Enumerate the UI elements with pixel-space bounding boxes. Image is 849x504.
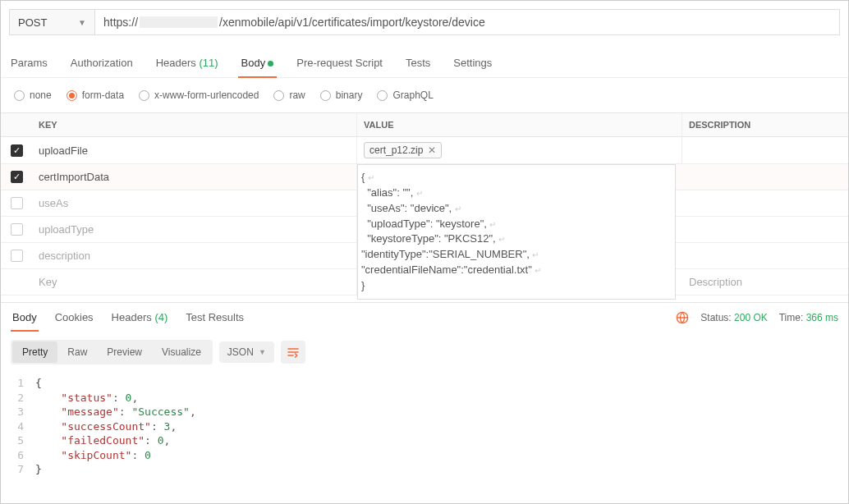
view-pretty[interactable]: Pretty <box>12 341 57 363</box>
modified-dot-icon <box>268 61 273 66</box>
language-select[interactable]: JSON ▼ <box>219 341 274 363</box>
time-value: 366 ms <box>806 312 838 323</box>
body-type-selector: none form-data x-www-form-urlencoded raw… <box>1 78 848 112</box>
tab-body[interactable]: Body <box>240 52 276 77</box>
resp-tab-test-results[interactable]: Test Results <box>184 303 246 332</box>
radio-xwww[interactable]: x-www-form-urlencoded <box>139 89 259 101</box>
status-value: 200 OK <box>734 312 768 323</box>
globe-icon <box>676 311 689 324</box>
column-header-value: VALUE <box>357 113 682 136</box>
value-cell[interactable]: { ↵ "alias": "", ↵ "useAs": "device", ↵ … <box>357 164 682 190</box>
row-checkbox[interactable] <box>11 250 23 262</box>
resp-tab-cookies[interactable]: Cookies <box>53 303 95 332</box>
chevron-down-icon: ▼ <box>259 348 266 356</box>
key-cell[interactable]: uploadFile <box>32 137 357 163</box>
row-checkbox[interactable] <box>11 197 23 209</box>
description-cell[interactable] <box>682 137 848 163</box>
tab-headers[interactable]: Headers (11) <box>154 52 220 77</box>
tab-params[interactable]: Params <box>9 52 49 77</box>
column-header-description: DESCRIPTION <box>682 113 848 136</box>
new-description-input[interactable]: Description <box>682 269 848 295</box>
new-key-input[interactable]: Key <box>32 269 357 295</box>
key-cell[interactable]: description <box>32 243 357 268</box>
tab-authorization[interactable]: Authorization <box>69 52 135 77</box>
format-toolbar: Pretty Raw Preview Visualize JSON ▼ <box>1 332 848 373</box>
http-method-select[interactable]: POST ▼ <box>9 9 95 35</box>
http-method-value: POST <box>18 16 47 29</box>
key-cell[interactable]: certImportData <box>32 164 357 190</box>
column-header-key: KEY <box>32 113 357 136</box>
resp-tab-body[interactable]: Body <box>11 303 39 332</box>
radio-form-data[interactable]: form-data <box>67 89 124 101</box>
key-cell[interactable]: useAs <box>32 190 357 216</box>
radio-binary[interactable]: binary <box>320 89 363 101</box>
table-row: ✓ uploadFile cert_p12.zip ✕ <box>1 137 848 164</box>
view-visualize[interactable]: Visualize <box>152 341 211 363</box>
form-data-table: KEY VALUE DESCRIPTION ✓ uploadFile cert_… <box>1 112 848 296</box>
tab-prerequest[interactable]: Pre-request Script <box>295 52 384 77</box>
json-textarea[interactable]: { ↵ "alias": "", ↵ "useAs": "device", ↵ … <box>357 164 676 300</box>
tab-settings[interactable]: Settings <box>452 52 493 77</box>
close-icon[interactable]: ✕ <box>428 144 436 156</box>
view-preview[interactable]: Preview <box>97 341 152 363</box>
request-tabs: Params Authorization Headers (11) Body P… <box>1 44 848 78</box>
value-cell[interactable]: cert_p12.zip ✕ <box>357 137 682 163</box>
wrap-lines-button[interactable] <box>281 341 305 364</box>
radio-raw[interactable]: raw <box>273 89 305 101</box>
row-checkbox[interactable]: ✓ <box>11 171 23 183</box>
row-checkbox[interactable] <box>11 223 23 236</box>
key-cell[interactable]: uploadType <box>32 217 357 242</box>
response-body[interactable]: 1{2 "status": 0,3 "message": "Success",4… <box>1 373 848 493</box>
chevron-down-icon: ▼ <box>78 18 86 27</box>
redacted-host <box>140 16 218 28</box>
resp-tab-headers[interactable]: Headers (4) <box>110 303 170 332</box>
response-header: Body Cookies Headers (4) Test Results St… <box>1 302 848 332</box>
tab-tests[interactable]: Tests <box>404 52 432 77</box>
radio-graphql[interactable]: GraphQL <box>377 89 433 101</box>
url-input[interactable]: https:///xenmobile/api/v1/certificates/i… <box>95 9 840 35</box>
row-checkbox[interactable]: ✓ <box>11 144 23 157</box>
radio-none[interactable]: none <box>14 89 52 101</box>
file-chip[interactable]: cert_p12.zip ✕ <box>364 142 442 158</box>
description-cell[interactable] <box>682 164 848 190</box>
view-raw[interactable]: Raw <box>57 341 97 363</box>
table-row: ✓ certImportData { ↵ "alias": "", ↵ "use… <box>1 164 848 190</box>
